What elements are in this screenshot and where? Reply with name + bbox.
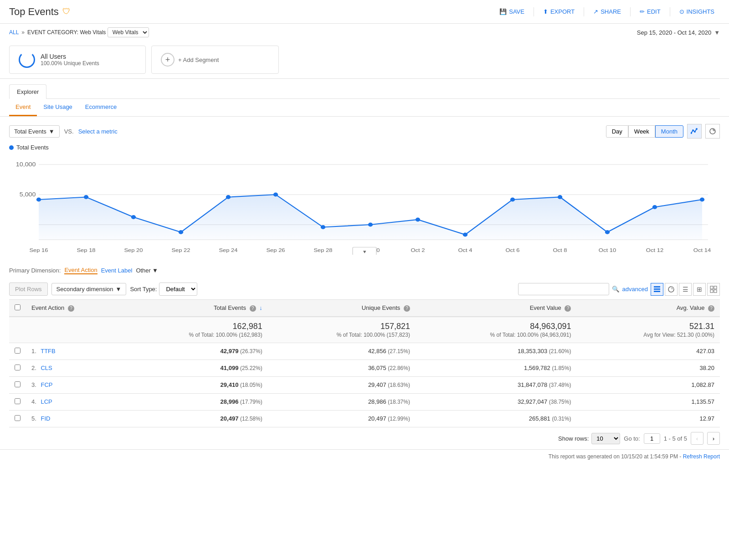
svg-point-2: [694, 131, 696, 133]
summary-label: [26, 317, 120, 343]
metric-dropdown[interactable]: Total Events ▼: [9, 125, 60, 138]
summary-event-value: 84,963,091 % of Total: 100.00% (84,963,0…: [416, 317, 576, 343]
event-action-link[interactable]: LCP: [41, 398, 52, 405]
explorer-section: Explorer: [0, 84, 729, 99]
pie-view-button[interactable]: [665, 283, 678, 296]
search-button[interactable]: 🔍: [612, 286, 620, 293]
insights-button[interactable]: ⊙ INSIGHTS: [674, 5, 720, 18]
search-input[interactable]: [518, 283, 609, 295]
verified-icon: 🛡: [62, 7, 71, 16]
share-button[interactable]: ↗ SHARE: [588, 5, 626, 18]
breadcrumb: ALL » EVENT CATEGORY: Web Vitals Web Vit…: [0, 24, 729, 41]
report-tabs: Event Site Usage Ecommerce: [0, 99, 729, 117]
tab-site-usage[interactable]: Site Usage: [37, 99, 79, 116]
next-page-button[interactable]: ›: [707, 432, 720, 445]
week-button[interactable]: Week: [628, 125, 655, 138]
line-chart-button[interactable]: [687, 124, 702, 139]
event-action-link[interactable]: TTFB: [41, 348, 56, 354]
time-buttons: Day Week Month: [606, 125, 683, 138]
row-select-checkbox[interactable]: [15, 381, 21, 387]
header-left: Top Events 🛡: [9, 6, 71, 18]
pagination: Show rows: 10 25 50 100 500 1000 5000 Go…: [9, 427, 720, 449]
svg-text:Oct 2: Oct 2: [411, 247, 425, 253]
date-range[interactable]: Sep 15, 2020 - Oct 14, 2020 ▼: [637, 29, 720, 36]
svg-text:5,000: 5,000: [20, 191, 36, 198]
chart-svg: 10,000 5,000: [9, 154, 720, 255]
row-total-events: 41,099 (25.22%): [120, 360, 267, 377]
chart-area: 10,000 5,000: [9, 154, 720, 255]
total-events-help-icon[interactable]: ?: [250, 305, 256, 312]
th-unique-events: Unique Events ?: [268, 300, 416, 317]
vs-label: VS.: [64, 128, 74, 135]
add-circle-icon: +: [161, 53, 175, 67]
advanced-link[interactable]: advanced: [622, 286, 648, 293]
secondary-dimension-dropdown[interactable]: Secondary dimension ▼: [51, 283, 127, 295]
save-button[interactable]: 💾 SAVE: [494, 5, 530, 18]
sort-dropdown[interactable]: Default: [159, 283, 197, 296]
svg-rect-51: [710, 290, 713, 293]
day-button[interactable]: Day: [606, 125, 628, 138]
event-action-link[interactable]: FID: [41, 415, 50, 422]
row-event-action: 3. FCP: [26, 377, 120, 394]
select-metric-link[interactable]: Select a metric: [78, 128, 118, 135]
breadcrumb-category: EVENT CATEGORY: Web Vitals Web Vitals: [27, 27, 149, 37]
row-event-value: 18,353,303 (21.60%): [416, 343, 576, 360]
share-icon: ↗: [593, 8, 598, 15]
table-row: 3. FCP 29,410 (18.05%) 29,407 (18.63%) 3…: [9, 377, 720, 394]
svg-point-22: [463, 233, 467, 237]
prev-page-button[interactable]: ‹: [691, 432, 703, 445]
table-row: 5. FID 20,497 (12.58%) 20,497 (12.99%) 2…: [9, 411, 720, 427]
pivot-view-button[interactable]: [707, 283, 720, 296]
event-action-help-icon[interactable]: ?: [68, 305, 74, 312]
add-segment-button[interactable]: + + Add Segment: [151, 46, 279, 74]
row-avg-value: 427.03: [576, 343, 720, 360]
explorer-tab[interactable]: Explorer: [9, 84, 46, 99]
category-dropdown[interactable]: Web Vitals: [108, 27, 149, 37]
pie-chart-button[interactable]: [705, 124, 720, 139]
row-event-action: 5. FID: [26, 411, 120, 427]
row-select-checkbox[interactable]: [15, 365, 21, 370]
dim-event-label[interactable]: Event Label: [101, 267, 133, 274]
dim-event-action[interactable]: Event Action: [64, 267, 97, 274]
event-value-help-icon[interactable]: ?: [565, 305, 571, 312]
divider: [584, 7, 584, 16]
segment-info: All Users 100.00% Unique Events: [41, 53, 99, 67]
breadcrumb-nav: ALL » EVENT CATEGORY: Web Vitals Web Vit…: [9, 27, 149, 37]
select-all-checkbox[interactable]: [15, 304, 21, 310]
avg-value-help-icon[interactable]: ?: [708, 305, 714, 312]
tab-event[interactable]: Event: [9, 99, 37, 116]
event-action-link[interactable]: CLS: [41, 365, 52, 371]
goto-input[interactable]: [644, 433, 660, 444]
tab-ecommerce[interactable]: Ecommerce: [79, 99, 123, 116]
row-select-checkbox[interactable]: [15, 415, 21, 421]
export-button[interactable]: ⬆ EXPORT: [538, 5, 580, 18]
row-event-action: 2. CLS: [26, 360, 120, 377]
comparison-view-button[interactable]: ⊞: [693, 283, 706, 296]
edit-icon: ✏: [640, 8, 645, 15]
dim-other[interactable]: Other ▼: [136, 267, 158, 274]
row-total-events: 29,410 (18.05%): [120, 377, 267, 394]
rows-select[interactable]: 10 25 50 100 500 1000 5000: [591, 433, 620, 444]
unique-events-help-icon[interactable]: ?: [404, 305, 410, 312]
data-table-view-button[interactable]: [651, 283, 663, 296]
row-select-checkbox[interactable]: [15, 348, 21, 354]
refresh-report-link[interactable]: Refresh Report: [683, 453, 720, 460]
performance-view-button[interactable]: ☰: [679, 283, 692, 296]
svg-point-1: [692, 129, 694, 131]
toolbar-left: Plot Rows Secondary dimension ▼ Sort Typ…: [9, 283, 197, 296]
event-action-link[interactable]: FCP: [41, 381, 52, 388]
svg-point-20: [368, 223, 373, 227]
svg-text:Oct 8: Oct 8: [553, 247, 567, 253]
segment-all-users[interactable]: All Users 100.00% Unique Events: [9, 46, 146, 74]
month-button[interactable]: Month: [655, 125, 683, 138]
chart-controls: Total Events ▼ VS. Select a metric Day W…: [9, 124, 720, 139]
row-total-events: 28,996 (17.79%): [120, 394, 267, 411]
row-unique-events: 20,497 (12.99%): [268, 411, 416, 427]
edit-button[interactable]: ✏ EDIT: [634, 5, 666, 18]
chart-controls-right: Day Week Month: [606, 124, 720, 139]
sort-type: Sort Type: Default: [130, 283, 197, 296]
chart-section: Total Events ▼ VS. Select a metric Day W…: [0, 117, 729, 262]
summary-check: [9, 317, 26, 343]
row-select-checkbox[interactable]: [15, 398, 21, 404]
breadcrumb-all[interactable]: ALL: [9, 29, 19, 36]
